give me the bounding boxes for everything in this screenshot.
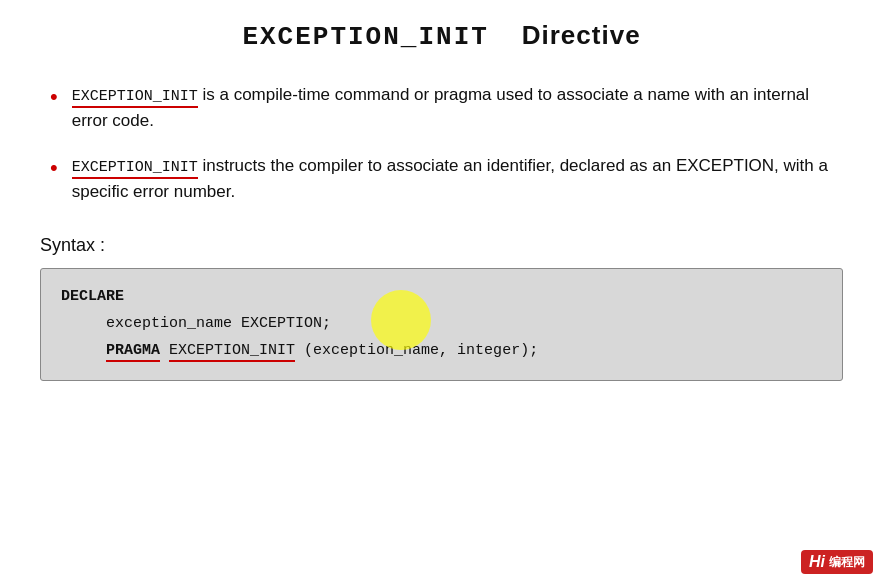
bullet-mono-2: EXCEPTION_INIT [72,159,198,179]
title-mono: EXCEPTION_INIT [242,22,488,52]
watermark-icon: Hi [809,553,825,571]
watermark: Hi 编程网 [801,550,873,574]
code-line-3: PRAGMA EXCEPTION_INIT (exception_name, i… [61,337,822,364]
code-pragma: PRAGMA [106,342,160,362]
page-container: EXCEPTION_INIT Directive • EXCEPTION_INI… [0,0,883,584]
code-declare: DECLARE [61,288,124,305]
page-title: EXCEPTION_INIT Directive [40,20,843,52]
code-block: DECLARE exception_name EXCEPTION; PRAGMA… [40,268,843,381]
bullet-mono-1: EXCEPTION_INIT [72,88,198,108]
title-directive: Directive [522,20,641,50]
list-item: • EXCEPTION_INIT instructs the compiler … [50,153,843,206]
code-line-2: exception_name EXCEPTION; [61,310,822,337]
watermark-text: 编程网 [829,554,865,571]
bullet-text-2: EXCEPTION_INIT instructs the compiler to… [72,153,843,206]
code-exception-init: EXCEPTION_INIT [169,342,295,362]
syntax-label: Syntax : [40,235,843,256]
code-rest: (exception_name, integer); [304,342,538,359]
bullet-dot-1: • [50,80,58,114]
code-line-1: DECLARE [61,283,822,310]
code-exception-name: exception_name EXCEPTION; [106,315,331,332]
list-item: • EXCEPTION_INIT is a compile-time comma… [50,82,843,135]
bullet-list: • EXCEPTION_INIT is a compile-time comma… [40,82,843,205]
bullet-text-1: EXCEPTION_INIT is a compile-time command… [72,82,843,135]
bullet-dot-2: • [50,151,58,185]
